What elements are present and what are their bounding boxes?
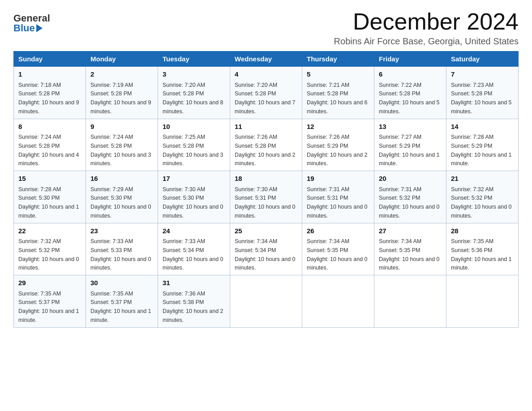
day-number: 5 [307,69,369,80]
day-info: Sunrise: 7:36 AMSunset: 5:38 PMDaylight:… [163,291,223,323]
weekday-header-wednesday: Wednesday [230,51,302,67]
day-info: Sunrise: 7:21 AMSunset: 5:28 PMDaylight:… [307,82,368,115]
day-info: Sunrise: 7:25 AMSunset: 5:28 PMDaylight:… [163,134,223,167]
day-info: Sunrise: 7:35 AMSunset: 5:37 PMDaylight:… [90,291,151,323]
day-number: 13 [379,122,442,132]
calendar-week-row: 22 Sunrise: 7:32 AMSunset: 5:32 PMDaylig… [14,223,519,275]
day-info: Sunrise: 7:19 AMSunset: 5:28 PMDaylight:… [90,82,151,115]
calendar-day-cell: 5 Sunrise: 7:21 AMSunset: 5:28 PMDayligh… [302,67,374,119]
day-info: Sunrise: 7:30 AMSunset: 5:31 PMDaylight:… [235,186,296,219]
day-info: Sunrise: 7:34 AMSunset: 5:35 PMDaylight:… [379,238,440,271]
weekday-header-friday: Friday [374,51,446,67]
logo-blue-text: Blue [13,23,43,33]
calendar-day-cell: 1 Sunrise: 7:18 AMSunset: 5:28 PMDayligh… [14,67,86,119]
weekday-header-row: SundayMondayTuesdayWednesdayThursdayFrid… [14,51,519,67]
logo-arrow-icon [36,24,43,32]
calendar-day-cell: 3 Sunrise: 7:20 AMSunset: 5:28 PMDayligh… [158,67,230,119]
calendar-week-row: 29 Sunrise: 7:35 AMSunset: 5:37 PMDaylig… [14,275,519,328]
weekday-header-monday: Monday [86,51,158,67]
day-info: Sunrise: 7:30 AMSunset: 5:30 PMDaylight:… [163,186,223,219]
day-number: 29 [18,278,81,288]
day-info: Sunrise: 7:27 AMSunset: 5:29 PMDaylight:… [379,134,440,167]
calendar-day-cell: 26 Sunrise: 7:34 AMSunset: 5:35 PMDaylig… [302,223,374,275]
day-info: Sunrise: 7:28 AMSunset: 5:29 PMDaylight:… [451,134,512,167]
calendar-day-cell: 8 Sunrise: 7:24 AMSunset: 5:28 PMDayligh… [14,119,86,171]
title-area: December 2024 Robins Air Force Base, Geo… [334,9,519,47]
day-number: 8 [18,122,81,132]
calendar-day-cell [374,275,446,328]
day-number: 19 [307,174,369,184]
calendar-day-cell: 25 Sunrise: 7:34 AMSunset: 5:34 PMDaylig… [230,223,302,275]
calendar-day-cell: 29 Sunrise: 7:35 AMSunset: 5:37 PMDaylig… [14,275,86,328]
day-number: 16 [90,174,153,184]
calendar-day-cell: 22 Sunrise: 7:32 AMSunset: 5:32 PMDaylig… [14,223,86,275]
calendar-day-cell: 9 Sunrise: 7:24 AMSunset: 5:28 PMDayligh… [86,119,158,171]
day-info: Sunrise: 7:28 AMSunset: 5:30 PMDaylight:… [18,186,79,219]
location-title: Robins Air Force Base, Georgia, United S… [334,36,519,47]
day-number: 12 [307,122,369,132]
calendar-day-cell [302,275,374,328]
calendar-day-cell: 20 Sunrise: 7:31 AMSunset: 5:32 PMDaylig… [374,171,446,223]
month-title: December 2024 [334,9,519,34]
calendar-day-cell: 27 Sunrise: 7:34 AMSunset: 5:35 PMDaylig… [374,223,446,275]
calendar-week-row: 15 Sunrise: 7:28 AMSunset: 5:30 PMDaylig… [14,171,519,223]
calendar-day-cell: 13 Sunrise: 7:27 AMSunset: 5:29 PMDaylig… [374,119,446,171]
day-info: Sunrise: 7:33 AMSunset: 5:33 PMDaylight:… [90,238,151,271]
day-number: 22 [18,226,81,236]
day-info: Sunrise: 7:24 AMSunset: 5:28 PMDaylight:… [18,134,79,167]
logo: General Blue [13,13,50,33]
logo-general-text: General [13,13,50,23]
weekday-header-thursday: Thursday [302,51,374,67]
calendar-day-cell: 30 Sunrise: 7:35 AMSunset: 5:37 PMDaylig… [86,275,158,328]
calendar-week-row: 8 Sunrise: 7:24 AMSunset: 5:28 PMDayligh… [14,119,519,171]
day-info: Sunrise: 7:24 AMSunset: 5:28 PMDaylight:… [90,134,151,167]
day-number: 18 [235,174,297,184]
calendar-day-cell: 24 Sunrise: 7:33 AMSunset: 5:34 PMDaylig… [158,223,230,275]
day-number: 7 [451,69,514,80]
day-number: 31 [163,278,225,288]
day-number: 24 [163,226,225,236]
day-info: Sunrise: 7:18 AMSunset: 5:28 PMDaylight:… [18,82,79,115]
day-info: Sunrise: 7:20 AMSunset: 5:28 PMDaylight:… [163,82,223,115]
calendar-day-cell: 19 Sunrise: 7:31 AMSunset: 5:31 PMDaylig… [302,171,374,223]
day-info: Sunrise: 7:31 AMSunset: 5:31 PMDaylight:… [307,186,368,219]
calendar-day-cell: 4 Sunrise: 7:20 AMSunset: 5:28 PMDayligh… [230,67,302,119]
calendar-day-cell: 17 Sunrise: 7:30 AMSunset: 5:30 PMDaylig… [158,171,230,223]
calendar-day-cell: 28 Sunrise: 7:35 AMSunset: 5:36 PMDaylig… [446,223,519,275]
day-info: Sunrise: 7:29 AMSunset: 5:30 PMDaylight:… [90,186,151,219]
day-number: 28 [451,226,514,236]
calendar-day-cell: 14 Sunrise: 7:28 AMSunset: 5:29 PMDaylig… [446,119,519,171]
calendar-header: SundayMondayTuesdayWednesdayThursdayFrid… [14,51,519,67]
weekday-header-sunday: Sunday [14,51,86,67]
calendar-day-cell: 23 Sunrise: 7:33 AMSunset: 5:33 PMDaylig… [86,223,158,275]
day-info: Sunrise: 7:33 AMSunset: 5:34 PMDaylight:… [163,238,223,271]
calendar-day-cell: 10 Sunrise: 7:25 AMSunset: 5:28 PMDaylig… [158,119,230,171]
day-number: 10 [163,122,225,132]
day-number: 15 [18,174,81,184]
day-number: 27 [379,226,442,236]
day-info: Sunrise: 7:31 AMSunset: 5:32 PMDaylight:… [379,186,440,219]
day-number: 11 [235,122,297,132]
calendar-day-cell: 31 Sunrise: 7:36 AMSunset: 5:38 PMDaylig… [158,275,230,328]
day-info: Sunrise: 7:35 AMSunset: 5:37 PMDaylight:… [18,291,79,323]
calendar-day-cell: 16 Sunrise: 7:29 AMSunset: 5:30 PMDaylig… [86,171,158,223]
day-number: 4 [235,69,297,80]
day-number: 2 [90,69,153,80]
calendar-week-row: 1 Sunrise: 7:18 AMSunset: 5:28 PMDayligh… [14,67,519,119]
day-number: 26 [307,226,369,236]
day-number: 17 [163,174,225,184]
day-info: Sunrise: 7:35 AMSunset: 5:36 PMDaylight:… [451,238,512,271]
day-info: Sunrise: 7:32 AMSunset: 5:32 PMDaylight:… [451,186,512,219]
day-info: Sunrise: 7:22 AMSunset: 5:28 PMDaylight:… [379,82,440,115]
day-info: Sunrise: 7:26 AMSunset: 5:28 PMDaylight:… [235,134,296,167]
day-number: 23 [90,226,153,236]
day-number: 14 [451,122,514,132]
day-info: Sunrise: 7:20 AMSunset: 5:28 PMDaylight:… [235,82,296,115]
calendar-table: SundayMondayTuesdayWednesdayThursdayFrid… [13,51,519,328]
calendar-day-cell: 2 Sunrise: 7:19 AMSunset: 5:28 PMDayligh… [86,67,158,119]
day-info: Sunrise: 7:26 AMSunset: 5:29 PMDaylight:… [307,134,368,167]
day-info: Sunrise: 7:23 AMSunset: 5:28 PMDaylight:… [451,82,512,115]
day-number: 6 [379,69,442,80]
page-header: General Blue December 2024 Robins Air Fo… [13,9,519,47]
weekday-header-saturday: Saturday [446,51,519,67]
